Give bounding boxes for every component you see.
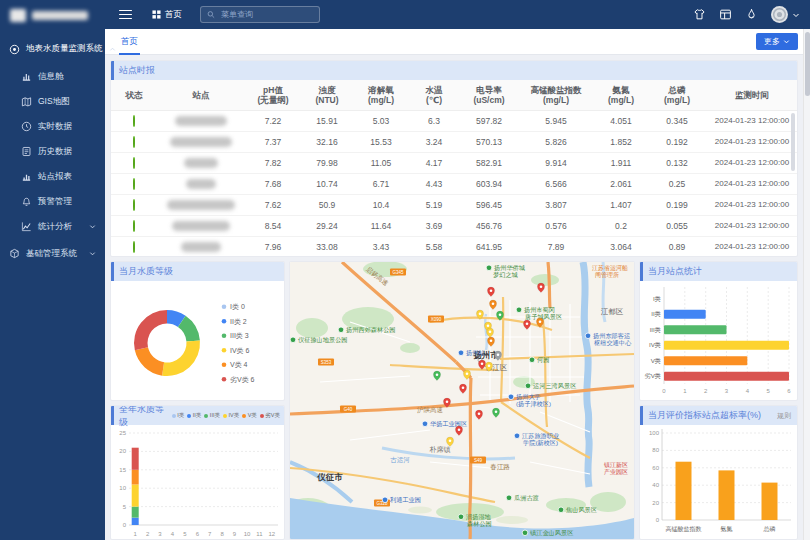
module-icon	[9, 248, 20, 259]
station-stats-chart: 0123456I类II类III类IV类V类劣V类	[640, 281, 797, 400]
svg-text:劣V类 6: 劣V类 6	[230, 376, 255, 384]
hamburger-menu-icon[interactable]	[119, 10, 132, 20]
more-button[interactable]: 更多	[756, 33, 798, 50]
column-header: 站点	[157, 80, 245, 110]
avatar[interactable]	[771, 6, 788, 23]
svg-text:I类 0: I类 0	[230, 303, 245, 310]
cell: 0.192	[649, 131, 705, 152]
park-icon	[506, 495, 512, 501]
rules-link[interactable]: 规则	[777, 411, 791, 421]
table-row[interactable]: 7.3732.1615.533.24570.135.8261.8520.1922…	[111, 131, 798, 152]
map-panel[interactable]: G345S353G40G328S49X090扬州市邗江区江都区仪征市朴席镇沪陕高…	[289, 261, 635, 540]
cell: 6.3	[409, 110, 459, 131]
legend-item[interactable]: IV类	[223, 412, 239, 419]
cell-station	[157, 236, 245, 257]
table-scrollbar[interactable]	[791, 113, 795, 171]
sidebar-group-system[interactable]: 地表水质量监测系统	[0, 34, 105, 64]
status-dot	[133, 136, 135, 148]
topbar: 首页	[105, 0, 810, 29]
cell: 7.22	[245, 110, 301, 131]
cell: 596.45	[459, 194, 519, 215]
theme-shirt-icon[interactable]	[693, 8, 706, 21]
cell: 5.945	[519, 110, 593, 131]
logo-text-redacted	[32, 11, 88, 20]
sidebar-root-item-0[interactable]: 基础管理系统	[0, 241, 105, 266]
sidebar-item-label: 历史数据	[38, 146, 72, 158]
svg-text:1: 1	[683, 388, 687, 394]
layout-icon[interactable]	[719, 8, 732, 21]
table-row[interactable]: 7.6250.910.45.19596.453.8071.4070.199202…	[111, 194, 798, 215]
legend-item[interactable]: 劣V类	[260, 412, 280, 419]
user-menu[interactable]	[771, 6, 800, 23]
svg-text:X090: X090	[431, 317, 442, 322]
svg-text:4: 4	[171, 531, 175, 537]
tab-home[interactable]: 首页	[119, 29, 140, 55]
sidebar-item-label: 信息舱	[38, 71, 64, 83]
cell: 597.82	[459, 110, 519, 131]
menu-search[interactable]	[200, 6, 320, 23]
road-badge: X090	[428, 316, 444, 323]
svg-text:5: 5	[767, 388, 771, 394]
table-row[interactable]: 7.8279.9811.054.17582.919.9141.9110.1322…	[111, 152, 798, 173]
chevron-up-icon	[109, 46, 116, 53]
map-label: 学院(新校区)	[523, 439, 558, 447]
table-row[interactable]: 7.9633.083.435.58641.957.893.0640.892024…	[111, 236, 798, 257]
svg-text:II类 2: II类 2	[230, 318, 247, 325]
sidebar-item-5[interactable]: 预警管理	[0, 189, 105, 214]
map-label: 古运河	[390, 456, 410, 464]
map[interactable]: G345S353G40G328S49X090扬州市邗江区江都区仪征市朴席镇沪陕高…	[290, 262, 634, 539]
park-icon	[458, 514, 464, 520]
svg-text:III类 3: III类 3	[230, 332, 249, 339]
road-badge: S353	[318, 359, 334, 366]
cell: 0.199	[649, 194, 705, 215]
cell: 3.24	[409, 131, 459, 152]
poi-icon	[422, 421, 428, 427]
svg-text:0: 0	[656, 517, 660, 523]
cell: 570.13	[459, 131, 519, 152]
sidebar-item-2[interactable]: 实时数据	[0, 114, 105, 139]
status-dot	[133, 199, 135, 211]
exceed-rate-panel: 当月评价指标站点超标率(%) 规则 020406080100高锰酸盐指数氨氮总磷	[639, 405, 798, 540]
table-row[interactable]: 8.5429.2411.643.69456.760.5760.20.055202…	[111, 215, 798, 236]
sidebar-item-6[interactable]: 统计分析	[0, 214, 105, 239]
table-row[interactable]: 7.6810.746.714.43603.946.5662.0610.25202…	[111, 173, 798, 194]
target-icon	[9, 44, 20, 55]
cell: 4.43	[409, 173, 459, 194]
cell: 2024-01-23 12:00:00	[705, 215, 798, 236]
page-scrollbar[interactable]	[803, 29, 810, 540]
alert-icon	[21, 196, 32, 207]
sidebar-item-3[interactable]: 历史数据	[0, 139, 105, 164]
map-label: 仪征市	[316, 472, 343, 482]
cell: 0.2	[593, 215, 649, 236]
legend-item[interactable]: I类	[172, 412, 185, 419]
table-row[interactable]: 7.2215.915.036.3597.825.9454.0510.345202…	[111, 110, 798, 131]
svg-text:2: 2	[146, 531, 150, 537]
search-input[interactable]	[219, 9, 313, 20]
legend-item[interactable]: V类	[242, 412, 257, 419]
cell: 50.9	[301, 194, 353, 215]
svg-text:20: 20	[119, 448, 126, 454]
cell: 15.53	[353, 131, 409, 152]
legend-item[interactable]: III类	[204, 412, 220, 419]
sidebar-item-4[interactable]: 站点报表	[0, 164, 105, 189]
map-label: 沪陕高速	[417, 406, 443, 414]
legend-item[interactable]: II类	[187, 412, 201, 419]
nav-home[interactable]: 首页	[152, 9, 182, 21]
cell: 7.82	[245, 152, 301, 173]
cell: 7.62	[245, 194, 301, 215]
station-name-redacted	[172, 221, 230, 231]
sidebar-item-1[interactable]: GIS地图	[0, 89, 105, 114]
svg-text:高锰酸盐指数: 高锰酸盐指数	[666, 525, 702, 533]
column-header: 总磷(mg/L)	[649, 80, 705, 110]
cell: 10.74	[301, 173, 353, 194]
cell: 3.064	[593, 236, 649, 257]
cell-status	[111, 215, 157, 236]
sidebar-item-0[interactable]: 信息舱	[0, 64, 105, 89]
cell: 0.345	[649, 110, 705, 131]
flame-icon[interactable]	[745, 8, 758, 21]
cell-station	[157, 215, 245, 236]
column-header: 电导率(uS/cm)	[459, 80, 519, 110]
monthly-grade-panel: 当月水质等级 I类 0II类 2III类 3IV类 6V类 4劣V类 6	[110, 261, 285, 401]
map-label: 焦山风景区	[566, 506, 597, 514]
svg-text:3: 3	[725, 388, 729, 394]
